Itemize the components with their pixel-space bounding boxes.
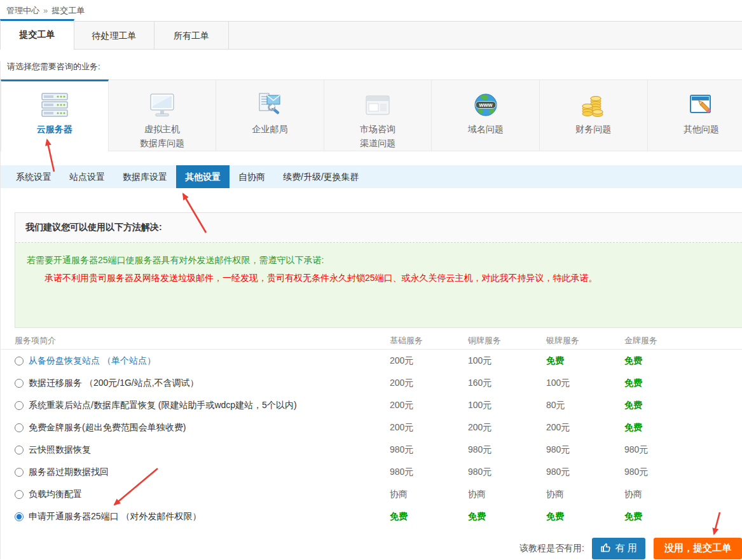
useful-button-label: 有 用 [615,542,637,554]
service-categories: 云服务器 虚拟主机 数据库问题 [1,79,742,151]
domain-icon-text: www [478,102,493,108]
service-select-prompt: 请选择您需要咨询的业务: [7,61,742,71]
thumbs-up-icon [600,542,612,555]
service-radio[interactable] [15,401,24,410]
price-cell: 100元 [546,378,624,389]
subtab-site-settings[interactable]: 站点设置 [60,165,114,188]
service-radio[interactable] [15,379,24,388]
service-row: 云快照数据恢复 980元 980元 980元 980元 [1,439,742,461]
column-header: 服务项简介 [1,335,390,346]
tab-all-tickets[interactable]: 所有工单 [155,21,229,50]
price-cell: 免费 [546,355,624,367]
tabstrip-filler [229,21,742,50]
category-market-consult[interactable]: 市场咨询 渠道问题 [324,79,432,151]
submit-ticket-button[interactable]: 没用，提交工单 [654,538,742,559]
suggestion-header: 我们建议您可以使用以下方法解决: [15,213,742,243]
price-cell: 980元 [468,467,546,478]
service-label[interactable]: 数据迁移服务 （200元/1G/站点,不含调试） [29,378,199,389]
column-header: 基础服务 [390,335,468,346]
service-radio[interactable] [15,423,24,432]
virtual-host-icon [109,89,216,122]
service-label[interactable]: 申请开通服务器25端口 （对外发邮件权限） [29,511,201,522]
enterprise-mail-icon [216,89,324,122]
price-cell: 980元 [546,467,624,478]
category-label: 云服务器 [1,122,108,136]
price-cell: 协商 [468,489,546,500]
service-radio[interactable] [15,490,24,499]
price-cell: 980元 [624,467,742,478]
subtab-self-negotiate[interactable]: 自协商 [230,165,274,188]
domain-icon: www [432,89,539,122]
price-cell: 免费 [468,511,546,522]
subtab-renew-upgrade[interactable]: 续费/升级/更换集群 [274,165,368,188]
price-cell: 200元 [546,422,624,434]
price-cell: 免费 [546,511,624,522]
service-label[interactable]: 系统重装后站点/数据库配置恢复 (限建站助手或wdcp建站，5个以内) [29,400,297,411]
price-cell: 免费 [390,511,468,522]
price-cell: 免费 [624,355,742,367]
breadcrumb-current: 提交工单 [52,6,85,15]
price-cell: 免费 [624,378,742,389]
port25-notice: 若需要开通服务器25端口使服务器具有对外发送邮件权限，需遵守以下承诺: 承诺不利… [15,243,742,327]
price-cell: 80元 [546,400,624,411]
useful-button[interactable]: 有 用 [592,538,645,559]
service-row: 数据迁移服务 （200元/1G/站点,不含调试） 200元 160元 100元 … [1,372,742,394]
price-cell: 协商 [546,489,624,500]
category-label-line2: 渠道问题 [324,136,432,150]
category-virtual-host[interactable]: 虚拟主机 数据库问题 [109,79,217,151]
service-row: 申请开通服务器25端口 （对外发邮件权限） 免费 免费 免费 免费 [1,505,742,528]
category-enterprise-mail[interactable]: 企业邮局 [216,79,324,151]
service-radio[interactable] [15,512,24,521]
service-label[interactable]: 服务器过期数据找回 [29,467,109,478]
price-cell: 200元 [468,422,546,434]
category-domain[interactable]: www 域名问题 [432,79,540,151]
price-cell: 200元 [390,400,468,411]
column-header: 银牌服务 [546,335,624,346]
feedback-question: 该教程是否有用: [519,543,584,554]
category-cloud-server[interactable]: 云服务器 [1,79,109,151]
service-label[interactable]: 从备份盘恢复站点 （单个站点） [29,355,156,367]
tutorial-feedback-bar: 该教程是否有用: 有 用 没用，提交工单 [1,537,742,559]
price-cell: 200元 [390,422,468,434]
price-cell: 200元 [390,378,468,389]
service-radio[interactable] [15,468,24,477]
subtab-database-settings[interactable]: 数据库设置 [114,165,176,188]
ticket-tabs: 提交工单 待处理工单 所有工单 [0,19,742,50]
service-row: 系统重装后站点/数据库配置恢复 (限建站助手或wdcp建站，5个以内) 200元… [1,394,742,416]
price-cell: 免费 [624,422,742,434]
breadcrumb-root[interactable]: 管理中心 [6,6,39,15]
column-header: 金牌服务 [624,335,742,346]
tab-submit-ticket[interactable]: 提交工单 [0,19,74,50]
notice-line2: 承诺不利用贵司服务器及网络发送垃圾邮件，一经发现，贵司有权无条件永久封锁25端口… [27,269,731,287]
service-label[interactable]: 免费金牌服务(超出免费范围会单独收费) [29,422,186,434]
price-cell: 200元 [390,355,468,367]
price-cell: 免费 [624,400,742,411]
price-cell: 980元 [546,444,624,456]
price-cell: 980元 [468,444,546,456]
service-radio[interactable] [15,446,24,454]
breadcrumb: 管理中心»提交工单 [0,0,742,19]
service-table: 服务项简介 基础服务 铜牌服务 银牌服务 金牌服务 从备份盘恢复站点 （单个站点… [1,334,742,528]
price-cell: 100元 [468,400,546,411]
service-label[interactable]: 云快照数据恢复 [29,444,91,456]
breadcrumb-separator: » [43,6,48,15]
category-other[interactable]: 其他问题 [648,79,742,151]
notice-line1: 若需要开通服务器25端口使服务器具有对外发送邮件权限，需遵守以下承诺: [27,251,731,269]
other-issue-icon [648,89,742,122]
cloud-server-subtabs: 系统设置 站点设置 数据库设置 其他设置 自协商 续费/升级/更换集群 [1,165,742,188]
price-cell: 协商 [390,489,468,500]
tab-pending-tickets[interactable]: 待处理工单 [74,21,155,50]
service-row: 负载均衡配置 协商 协商 协商 协商 [1,483,742,505]
service-label[interactable]: 负载均衡配置 [29,489,82,500]
category-label: 其他问题 [648,122,742,136]
subtab-other-settings[interactable]: 其他设置 [176,165,230,188]
service-row: 免费金牌服务(超出免费范围会单独收费) 200元 200元 200元 免费 [1,416,742,439]
finance-icon [540,89,647,122]
price-cell: 980元 [390,444,468,456]
service-table-header: 服务项简介 基础服务 铜牌服务 银牌服务 金牌服务 [1,334,742,350]
category-finance[interactable]: 财务问题 [540,79,648,151]
suggestion-box: 我们建议您可以使用以下方法解决: 若需要开通服务器25端口使服务器具有对外发送邮… [15,212,742,328]
service-radio[interactable] [15,357,24,365]
price-cell: 980元 [390,467,468,478]
subtab-system-settings[interactable]: 系统设置 [7,165,60,188]
